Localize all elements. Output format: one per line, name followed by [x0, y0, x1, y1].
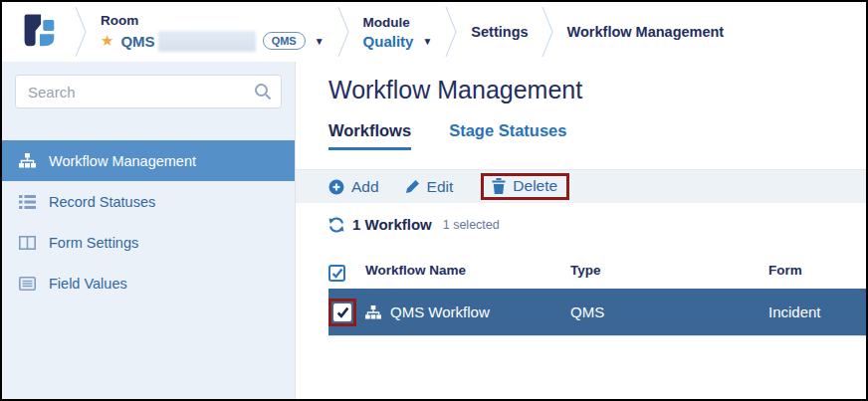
- cell-form: Incident: [768, 303, 866, 320]
- refresh-icon[interactable]: [328, 217, 344, 233]
- sidebar-item-field-values[interactable]: Field Values: [2, 263, 295, 303]
- breadcrumb-module[interactable]: Module Quality ▼: [363, 15, 433, 50]
- breadcrumb-separator-icon: [337, 7, 350, 57]
- sidebar-item-record-statuses[interactable]: Record Statuses: [2, 181, 295, 222]
- edit-label: Edit: [427, 178, 454, 196]
- top-header: Room ★ QMS QMS ▼ Module Quality ▼ Settin…: [2, 2, 866, 62]
- breadcrumb-room[interactable]: Room ★ QMS QMS ▼: [101, 13, 325, 52]
- select-all-checkbox[interactable]: [328, 265, 345, 282]
- trash-icon: [492, 178, 506, 194]
- module-value: Quality: [363, 33, 414, 50]
- columns-icon: [19, 236, 37, 250]
- chevron-down-icon[interactable]: ▼: [315, 36, 325, 47]
- column-header-form[interactable]: Form: [768, 263, 866, 278]
- breadcrumb-separator-icon: [542, 7, 554, 57]
- list-icon: [19, 195, 37, 209]
- sidebar-item-label: Record Statuses: [49, 194, 155, 210]
- workflow-count: 1 Workflow: [352, 216, 432, 233]
- column-header-workflow-name[interactable]: Workflow Name: [365, 263, 570, 278]
- workflows-table: Workflow Name Type Form: [328, 251, 866, 336]
- room-label: Room: [101, 13, 325, 28]
- redacted-room-name: [158, 31, 256, 52]
- tab-stage-statuses[interactable]: Stage Statuses: [449, 121, 566, 150]
- add-button[interactable]: Add: [328, 178, 379, 196]
- row-checkbox[interactable]: [333, 303, 351, 321]
- sidebar-item-workflow-management[interactable]: Workflow Management: [2, 140, 295, 181]
- app-logo-icon[interactable]: [18, 10, 62, 54]
- cell-workflow-name: QMS Workflow: [390, 303, 490, 320]
- annotation-checkbox-highlight: [328, 299, 356, 326]
- breadcrumb-separator-icon: [75, 7, 88, 57]
- module-label: Module: [363, 15, 433, 30]
- sidebar-item-label: Field Values: [49, 276, 127, 292]
- favorite-star-icon[interactable]: ★: [101, 32, 113, 50]
- checkmark-icon: [331, 268, 343, 279]
- sidebar-item-form-settings[interactable]: Form Settings: [2, 222, 295, 263]
- breadcrumb-separator-icon: [445, 7, 458, 57]
- result-summary: 1 Workflow 1 selected: [328, 216, 866, 233]
- main-content: Workflow Management Workflows Stage Stat…: [296, 62, 866, 399]
- cell-type: QMS: [570, 303, 768, 320]
- table-row[interactable]: QMS Workflow QMS Incident: [328, 289, 866, 336]
- sidebar-item-label: Form Settings: [49, 235, 138, 251]
- chevron-down-icon[interactable]: ▼: [422, 36, 432, 47]
- add-label: Add: [351, 178, 379, 196]
- sidebar-nav: Workflow Management Record Statuses Form…: [2, 140, 295, 303]
- table-header-row: Workflow Name Type Form: [328, 251, 866, 289]
- breadcrumb-settings[interactable]: Settings: [471, 24, 528, 40]
- list-alt-icon: [19, 277, 37, 291]
- toolbar: Add Edit Delete: [296, 169, 866, 203]
- search-input[interactable]: [15, 75, 282, 108]
- add-icon: [328, 179, 344, 195]
- column-header-type[interactable]: Type: [570, 263, 768, 278]
- edit-button[interactable]: Edit: [405, 178, 454, 196]
- search-box: [15, 75, 282, 108]
- search-icon[interactable]: [254, 83, 272, 100]
- room-name: QMS: [120, 33, 154, 50]
- app-window: Room ★ QMS QMS ▼ Module Quality ▼ Settin…: [0, 0, 868, 401]
- checkmark-icon: [336, 306, 349, 318]
- sidebar-item-label: Workflow Management: [49, 153, 196, 169]
- tab-workflows[interactable]: Workflows: [328, 121, 411, 150]
- annotation-delete-highlight: Delete: [481, 173, 569, 200]
- pencil-icon: [405, 179, 420, 194]
- selected-count: 1 selected: [443, 218, 500, 232]
- breadcrumb-workflow-management: Workflow Management: [567, 24, 725, 40]
- room-type-badge: QMS: [263, 32, 306, 50]
- page-title: Workflow Management: [328, 75, 866, 104]
- tab-bar: Workflows Stage Statuses: [328, 121, 866, 150]
- sidebar: Workflow Management Record Statuses Form…: [2, 62, 296, 399]
- sitemap-icon: [19, 153, 37, 168]
- workflow-sitemap-icon: [365, 305, 381, 319]
- delete-label: Delete: [513, 177, 557, 195]
- delete-button[interactable]: Delete: [492, 177, 557, 195]
